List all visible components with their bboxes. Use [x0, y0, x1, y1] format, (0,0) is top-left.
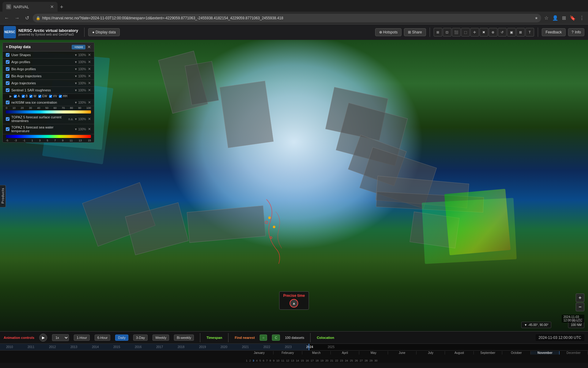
layer-argo-profiles-checkbox[interactable]	[6, 60, 9, 64]
time-btn-weekly[interactable]: Weekly	[153, 335, 169, 341]
info-btn[interactable]: ? Info	[568, 28, 584, 36]
map-ctrl-7[interactable]: ⊕	[489, 28, 497, 36]
layer-bio-argo-profiles-checkbox[interactable]	[6, 67, 9, 71]
divider-timespan	[228, 333, 228, 342]
nav-icon-4[interactable]: 🔖	[568, 14, 577, 22]
back-btn[interactable]: ←	[2, 14, 11, 22]
find-nearest-search-btn[interactable]: C	[272, 335, 280, 341]
layer-topaz-streamlines-checkbox[interactable]	[6, 117, 9, 121]
map-ctrl-9[interactable]: ▣	[507, 28, 516, 36]
zoom-controls: + −	[576, 293, 584, 311]
sar-opt-b-cb[interactable]	[22, 95, 25, 98]
find-nearest-circle-btn[interactable]: ○	[260, 335, 267, 341]
nav-icon-2[interactable]: 👤	[551, 14, 560, 22]
forward-btn[interactable]: →	[13, 14, 21, 22]
products-sidebar[interactable]: Products	[0, 185, 6, 207]
sar-opt-a[interactable]: A	[14, 94, 20, 98]
layer-argo-traj: Argo trajectories ▼ 100% ✕	[3, 80, 94, 87]
layer-argo-traj-checkbox[interactable]	[6, 81, 9, 85]
layer-user-shapes: User Shapes ▼ 100% ✕	[3, 52, 94, 59]
zoom-in-btn[interactable]: +	[576, 293, 584, 302]
tab-close-btn[interactable]: ✕	[50, 4, 54, 9]
layer-topaz-temp-opacity: ▼ 100%	[74, 128, 86, 131]
time-btn-3day[interactable]: 3-Day	[133, 335, 148, 341]
nav-icon-3[interactable]: ⊞	[561, 14, 567, 22]
map-ctrl-4[interactable]: ⬚	[461, 28, 470, 36]
layer-nextsim-checkbox[interactable]	[6, 101, 9, 104]
layer-bio-argo-traj-checkbox[interactable]	[6, 74, 9, 78]
ice-colorbar	[6, 110, 91, 113]
layer-sar-checkbox[interactable]	[6, 88, 9, 92]
time-btn-biweekly[interactable]: Bi-weekly	[174, 335, 194, 341]
nav-icon-5[interactable]: ⋮	[578, 14, 586, 22]
sar-opt-w[interactable]: W	[29, 94, 36, 98]
map-ctrl-5[interactable]: ✛	[470, 28, 479, 36]
new-tab-btn[interactable]: +	[58, 4, 66, 10]
layer-bio-argo-profiles-remove[interactable]: ✕	[88, 67, 91, 71]
day-27: 27	[359, 359, 364, 362]
reload-btn[interactable]: ↺	[23, 14, 31, 22]
months-days-timeline[interactable]: January February March April May June Ju…	[0, 351, 588, 363]
month-august: August	[445, 351, 473, 355]
datasets-count: 100 datasets	[285, 336, 304, 339]
day-13: 13	[290, 359, 295, 362]
map-ctrl-3[interactable]: ⬛	[452, 28, 461, 36]
years-timeline[interactable]: 2010 2011 2012 2013 2014 2015 2016 2017 …	[0, 344, 588, 351]
share-btn[interactable]: ⊞ Share	[404, 28, 426, 36]
divider-find	[310, 333, 311, 342]
layer-topaz-temp-checkbox[interactable]	[6, 127, 9, 131]
nersc-title: NERSC Arctic virtual laboratory powered …	[18, 28, 78, 36]
layer-argo-traj-remove[interactable]: ✕	[88, 81, 91, 85]
colocation-label: Colocation	[317, 336, 334, 339]
layer-bio-argo-traj: Bio Argo trajectories ▼ 100% ✕	[3, 73, 94, 80]
map-ctrl-2[interactable]: ⊡	[443, 28, 451, 36]
layer-argo-profiles-remove[interactable]: ✕	[88, 60, 91, 64]
speed-select[interactable]: 1x 0.5x 2x 4x	[52, 334, 69, 341]
zoom-out-btn[interactable]: −	[576, 303, 584, 311]
nav-icon-1[interactable]: ☆	[543, 14, 550, 22]
time-btn-1hour[interactable]: 1-Hour	[74, 335, 90, 341]
coords-text: ▼ -45.00°, 90.00°	[524, 323, 548, 327]
layer-bio-argo-traj-remove[interactable]: ✕	[88, 74, 91, 78]
sar-opt-a-cb[interactable]	[14, 95, 17, 98]
address-bar[interactable]: 🔒 https://narval.nersc.no/?date=2024-11-…	[33, 14, 541, 22]
sar-chevron[interactable]: ▶	[9, 94, 12, 98]
precise-time-arrow-btn[interactable]: ▲	[290, 299, 298, 308]
sar-opt-hh-cb[interactable]	[59, 95, 62, 98]
map-ctrl-11[interactable]: T	[526, 28, 534, 36]
layer-topaz-streamlines-remove[interactable]: ✕	[88, 117, 91, 121]
svg-point-1	[270, 237, 272, 239]
sar-opt-ew[interactable]: EW	[38, 94, 47, 98]
layer-topaz-temp-remove[interactable]: ✕	[88, 127, 91, 131]
layer-user-shapes-remove[interactable]: ✕	[88, 53, 91, 57]
map-ctrl-10[interactable]: ⊠	[516, 28, 525, 36]
layer-sar-remove[interactable]: ✕	[88, 88, 91, 92]
time-btn-daily[interactable]: Daily	[115, 335, 128, 341]
display-data-btn[interactable]: ● Display data	[88, 28, 120, 36]
sar-opt-b[interactable]: B	[22, 94, 28, 98]
panel-more-btn[interactable]: +more	[72, 45, 85, 49]
app-title: NERSC Arctic virtual laboratory	[18, 28, 78, 33]
sar-opt-hh[interactable]: HH	[59, 94, 67, 98]
feedback-btn[interactable]: Feedback	[542, 28, 566, 36]
active-tab[interactable]: N NARVAL ✕	[2, 2, 58, 12]
panel-close-btn[interactable]: ✕	[87, 44, 91, 49]
hotspots-btn[interactable]: ⊕ Hotspots	[375, 28, 402, 36]
sar-opt-vv[interactable]: VV	[49, 94, 57, 98]
precise-time-tooltip: Precise time ▲	[279, 291, 309, 310]
map-ctrl-6[interactable]: ✖	[480, 28, 488, 36]
month-may: May	[359, 351, 388, 355]
map-ctrl-1[interactable]: ⊞	[434, 28, 442, 36]
map-date: 2024-11-03	[564, 315, 582, 319]
layer-nextsim-remove[interactable]: ✕	[88, 100, 91, 105]
precise-time-label: Precise time	[283, 293, 305, 298]
day-15: 15	[300, 359, 305, 362]
layer-topaz-temp-label: TOPAZ 5 forecast sea water temperature	[11, 125, 73, 133]
sar-opt-vv-cb[interactable]	[49, 95, 52, 98]
map-ctrl-8[interactable]: ↺	[498, 28, 507, 36]
sar-opt-ew-cb[interactable]	[38, 95, 41, 98]
sar-opt-w-cb[interactable]	[29, 95, 32, 98]
layer-user-shapes-checkbox[interactable]	[6, 53, 9, 57]
play-btn[interactable]: ▶	[39, 334, 47, 342]
time-btn-6hour[interactable]: 6-Hour	[95, 335, 111, 341]
